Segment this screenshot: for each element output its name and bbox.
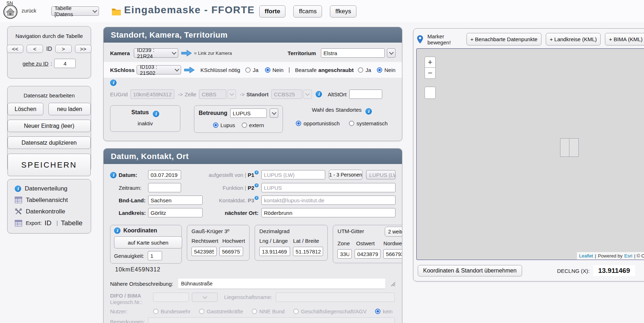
hochwert-input[interactable] <box>219 247 243 256</box>
altstort-label: AltStOrt <box>328 91 347 97</box>
koordinaten-uebernehmen-button[interactable]: Koordinaten & Standort übernehmen <box>418 265 522 276</box>
info-icon[interactable]: i <box>255 196 259 200</box>
zoom-out-button[interactable]: − <box>425 68 436 79</box>
table-select[interactable]: Tabelle [Datens <box>51 6 99 16</box>
personen-button[interactable]: 1 - 3 Personen <box>329 170 363 180</box>
info-icon[interactable]: i <box>110 79 117 86</box>
map-canvas[interactable]: + − Leaflet | Powered by Esri | © C <box>416 48 644 260</box>
territorium-input[interactable] <box>321 48 385 58</box>
lat-input[interactable] <box>293 247 323 256</box>
save-button[interactable]: SPEICHERN <box>8 154 91 176</box>
info-icon[interactable]: i <box>110 172 117 178</box>
info-icon[interactable]: i <box>365 108 372 115</box>
bearsafe-nein-radio[interactable] <box>377 67 382 73</box>
bndland-label: Bnd-Land: <box>119 197 148 203</box>
nutzer-label: Nutzer: <box>110 308 145 314</box>
lng-input[interactable] <box>259 247 290 256</box>
export-id-link[interactable]: ID <box>44 219 51 227</box>
duplicate-record-button[interactable]: Datensatz duplizieren <box>8 136 91 149</box>
ostwert-input[interactable] <box>355 249 380 259</box>
goto-id-input[interactable] <box>54 59 76 68</box>
goto-id-link[interactable]: gehe zu ID <box>23 61 49 67</box>
betreuung-extern-radio[interactable] <box>242 122 247 128</box>
utm-more-button[interactable]: 2 weitere <box>385 227 402 237</box>
info-icon[interactable]: i <box>255 170 259 174</box>
kschluessel-ja-radio[interactable] <box>245 67 251 73</box>
data-control-link[interactable]: Datenkontrolle <box>15 208 91 215</box>
info-icon[interactable]: i <box>316 91 322 97</box>
datum-input[interactable] <box>148 170 181 179</box>
genauigkeit-input[interactable] <box>148 251 162 260</box>
delete-button[interactable]: Löschen <box>8 103 43 115</box>
eugrid-label: EUGrid <box>110 91 128 97</box>
dg-title: Dezimalgrad <box>259 228 323 234</box>
leaflet-link[interactable]: Leaflet <box>579 253 593 259</box>
zone-input[interactable] <box>337 249 352 259</box>
map-control-button[interactable] <box>425 87 436 99</box>
main-form: Standort, Kamera, Territorium Kamera ID2… <box>103 27 402 323</box>
landkreise-kml-button[interactable]: + Landkreise (KML) <box>546 33 601 45</box>
link-arrow-icon[interactable] <box>181 50 192 57</box>
betreuung-input[interactable] <box>230 109 267 118</box>
goto-colon: : <box>51 61 52 67</box>
ort-input[interactable] <box>261 208 396 217</box>
bearsafe-label: Bearsafe <box>295 67 317 73</box>
kschluessel-nein-radio[interactable] <box>265 67 270 73</box>
export-links: Export: ID | Tabelle <box>15 219 91 227</box>
landkreis-input[interactable] <box>148 208 203 217</box>
nutzer-nne-bund-label: NNE Bund <box>259 308 285 314</box>
betreuung-lupus-radio[interactable] <box>213 122 218 128</box>
standort-label: Standort <box>246 91 269 97</box>
nutzer-bundeswehr-radio <box>153 309 158 314</box>
info-icon[interactable]: i <box>153 111 159 117</box>
p1-input[interactable] <box>261 170 325 179</box>
info-icon[interactable]: i <box>114 227 120 234</box>
zoom-in-button[interactable]: + <box>425 57 436 68</box>
link-arrow-icon[interactable] <box>184 67 195 73</box>
esri-link[interactable]: Esri <box>624 253 632 259</box>
zelle-input <box>199 90 226 99</box>
bearsafe-ja-radio[interactable] <box>358 67 363 73</box>
zeitraum-input[interactable] <box>148 183 181 192</box>
data-distribution-link[interactable]: i Datenverteilung <box>15 185 91 192</box>
p1-select[interactable]: LUPUS (LW <box>366 170 396 179</box>
nutzer-geschaeftsliegenschaft-radio <box>293 309 299 314</box>
altstort-input[interactable] <box>349 90 382 99</box>
utm-title: UTM-Gitter <box>337 228 364 234</box>
wahl-systematisch-radio[interactable] <box>349 121 354 126</box>
app-button-ffkeys[interactable]: ffkeys <box>330 5 356 18</box>
p2-input[interactable] <box>261 183 396 192</box>
nordwert-input[interactable] <box>383 249 402 259</box>
betreuung-dropdown-button[interactable] <box>270 109 278 118</box>
liegensch-label: Liegensch.Nr.: <box>110 299 153 306</box>
wahl-opportunistisch-radio[interactable] <box>296 121 301 126</box>
export-table-link[interactable]: Tabelle <box>61 219 82 227</box>
reload-button[interactable]: neu laden <box>48 103 91 115</box>
ortsbeschreibung-input[interactable] <box>178 279 385 289</box>
bndland-input[interactable] <box>148 196 203 205</box>
first-record-button[interactable]: << <box>7 45 23 53</box>
table-view-link[interactable]: Tabellenansicht <box>15 196 91 204</box>
page: SN zurück Tabelle [Datens Eingabemaske -… <box>0 0 644 323</box>
info-icon[interactable]: i <box>255 183 259 187</box>
benachbarte-datenpunkte-button[interactable]: + Benachbarte Datenpunkte <box>467 33 541 45</box>
kamera-select[interactable]: ID239 : 21R24 <box>134 48 178 58</box>
app-button-fforte[interactable]: fforte <box>259 5 285 18</box>
marker-hint: Marker bewegen! <box>427 33 461 45</box>
p3-input[interactable] <box>261 196 396 205</box>
eugrid-input <box>131 90 174 99</box>
resize-grip-icon[interactable] <box>390 281 396 286</box>
home-icon[interactable] <box>3 5 18 19</box>
prev-record-button[interactable]: < <box>27 45 43 53</box>
back-link[interactable]: zurück <box>22 8 36 14</box>
rechtswert-input[interactable] <box>191 247 217 256</box>
new-entry-button[interactable]: Neuer Eintrag (leer) <box>8 120 91 132</box>
tools-icon <box>15 208 22 215</box>
last-record-button[interactable]: >> <box>75 45 91 53</box>
karte-suchen-button[interactable]: auf Karte suchen <box>114 236 182 249</box>
app-button-ffcams[interactable]: ffcams <box>293 5 322 18</box>
territorium-dropdown-button[interactable] <box>387 48 396 58</box>
kschloss-select[interactable]: ID103 : 21S02 <box>137 65 181 74</box>
bima-kml-button[interactable]: + BIMA (KML) <box>605 33 644 45</box>
next-record-button[interactable]: > <box>55 45 72 53</box>
